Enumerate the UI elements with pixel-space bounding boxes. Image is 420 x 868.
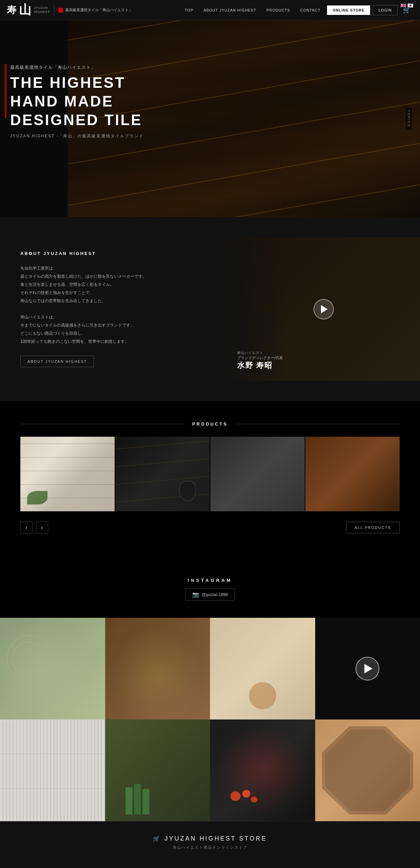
product-card-4[interactable] <box>305 437 400 511</box>
instagram-item-6[interactable] <box>105 719 210 821</box>
hero-topics[interactable]: TOPICS <box>405 107 412 130</box>
instagram-item-3[interactable] <box>210 618 315 719</box>
product-leaf-decor <box>27 491 47 505</box>
store-title: 🛒 JYUZAN HIGHEST STORE <box>20 835 400 842</box>
nav-contact[interactable]: CONTACT <box>300 8 320 12</box>
main-nav: TOP ABOUT JYUZAN HIGHEST PRODUCTS CONTAC… <box>185 8 320 12</box>
instagram-item-5[interactable] <box>0 719 105 821</box>
prev-arrow[interactable]: ‹ <box>20 521 33 534</box>
product-image-2 <box>115 437 210 511</box>
hero-section: 最高級美濃焼タイル「寿山ハイエスト」 THE HIGHEST HAND MADE… <box>0 20 420 217</box>
store-cart-icon: 🛒 <box>153 835 161 842</box>
hero-content: 最高級美濃焼タイル「寿山ハイエスト」 THE HIGHEST HAND MADE… <box>10 64 144 139</box>
logo-tagline: 最高級美濃焼タイル「寿山ハイエスト」 <box>58 7 132 13</box>
instagram-grid <box>0 618 420 821</box>
nav-about[interactable]: ABOUT JYUZAN HIGHEST <box>204 8 256 12</box>
product-kettle-decor <box>179 481 196 501</box>
jp-flag[interactable]: 🇯🇵 <box>407 3 413 8</box>
about-content: ABOUT JYUZAN HIGHEST 丸仙化学工業所は、 器とタイルの両方を… <box>0 237 227 381</box>
about-text: 丸仙化学工業所は、 器とタイルの両方を製造し続けた、ほかに類を見ないメーカーです… <box>20 264 213 346</box>
products-header: PRODUCTS <box>0 421 420 427</box>
insta-play-overlay <box>315 618 420 719</box>
instagram-item-4[interactable] <box>315 618 420 719</box>
product-card-1[interactable] <box>20 437 115 511</box>
insta-play-triangle-icon <box>364 664 373 673</box>
instagram-header: INSTAGRAM 📷 @jyuzan.1898 <box>0 578 420 611</box>
instagram-item-2[interactable] <box>105 618 210 719</box>
hero-desc: JYUZAN HIGHEST -「寿山」の最高級美濃焼タイルブランド <box>10 133 144 139</box>
about-title: ABOUT JYUZAN HIGHEST <box>20 251 213 256</box>
about-button[interactable]: ABOUT JYUZAN HIGHEST <box>20 356 94 367</box>
products-grid <box>0 437 420 511</box>
about-video[interactable]: 寿山ハイエスト ブランドディレクター/代表 水野 寿昭 <box>227 237 420 381</box>
hero-title: THE HIGHEST HAND MADE DESIGNED TILE <box>10 73 144 129</box>
next-arrow[interactable]: › <box>36 521 48 534</box>
footer-store: 🛒 JYUZAN HIGHEST STORE 寿山ハイエスト商品オンラインストア <box>0 821 420 864</box>
logo-separator <box>54 5 54 15</box>
en-flag[interactable]: 🇬🇧 <box>400 3 406 8</box>
hero-subtitle: 最高級美濃焼タイル「寿山ハイエスト」 <box>10 64 144 71</box>
red-accent <box>58 8 63 13</box>
section-line-left <box>20 424 186 424</box>
login-button[interactable]: LOGIN <box>373 5 398 15</box>
video-thumbnail[interactable]: 寿山ハイエスト ブランドディレクター/代表 水野 寿昭 <box>227 237 420 381</box>
instagram-title: INSTAGRAM <box>0 578 420 583</box>
product-card-2[interactable] <box>115 437 210 511</box>
products-section: PRODUCTS ‹ › ALL PRODUCTS <box>0 401 420 557</box>
logo-kanji: 寿 <box>7 5 16 15</box>
store-subtitle: 寿山ハイエスト商品オンラインストア <box>20 845 400 850</box>
online-store-button[interactable]: ONLINE STORE <box>327 5 370 15</box>
nav-top[interactable]: TOP <box>185 8 193 12</box>
insta-play-button[interactable] <box>356 657 379 680</box>
play-button[interactable] <box>313 299 334 319</box>
instagram-icon: 📷 <box>192 591 199 598</box>
section-line-right <box>234 424 400 424</box>
product-image-3 <box>210 437 305 511</box>
all-products-button[interactable]: ALL PRODUCTS <box>346 522 400 533</box>
video-caption: 寿山ハイエスト ブランドディレクター/代表 水野 寿昭 <box>237 351 283 371</box>
products-title: PRODUCTS <box>192 421 228 427</box>
nav-products[interactable]: PRODUCTS <box>266 8 290 12</box>
language-switcher[interactable]: 🇬🇧 🇯🇵 <box>400 3 413 8</box>
product-card-3[interactable] <box>210 437 305 511</box>
instagram-handle-text: @jyuzan.1898 <box>202 592 228 597</box>
logo-mountain: 山 <box>19 2 31 18</box>
product-image-4 <box>305 437 400 511</box>
products-nav: ‹ › <box>20 521 48 534</box>
instagram-item-1[interactable] <box>0 618 105 719</box>
about-section: ABOUT JYUZAN HIGHEST 丸仙化学工業所は、 器とタイルの両方を… <box>0 217 420 401</box>
hero-red-bar <box>5 64 6 118</box>
instagram-handle[interactable]: 📷 @jyuzan.1898 <box>185 588 235 601</box>
logo-text: JYUZAN HIGHEST <box>34 6 50 14</box>
instagram-section: INSTAGRAM 📷 @jyuzan.1898 <box>0 557 420 821</box>
play-triangle-icon <box>321 305 328 313</box>
instagram-item-7[interactable] <box>210 719 315 821</box>
site-header: 🇬🇧 🇯🇵 寿 山 JYUZAN HIGHEST 最高級美濃焼タイル「寿山ハイエ… <box>0 0 420 20</box>
instagram-item-8[interactable] <box>315 719 420 821</box>
logo[interactable]: 寿 山 JYUZAN HIGHEST <box>7 2 50 18</box>
